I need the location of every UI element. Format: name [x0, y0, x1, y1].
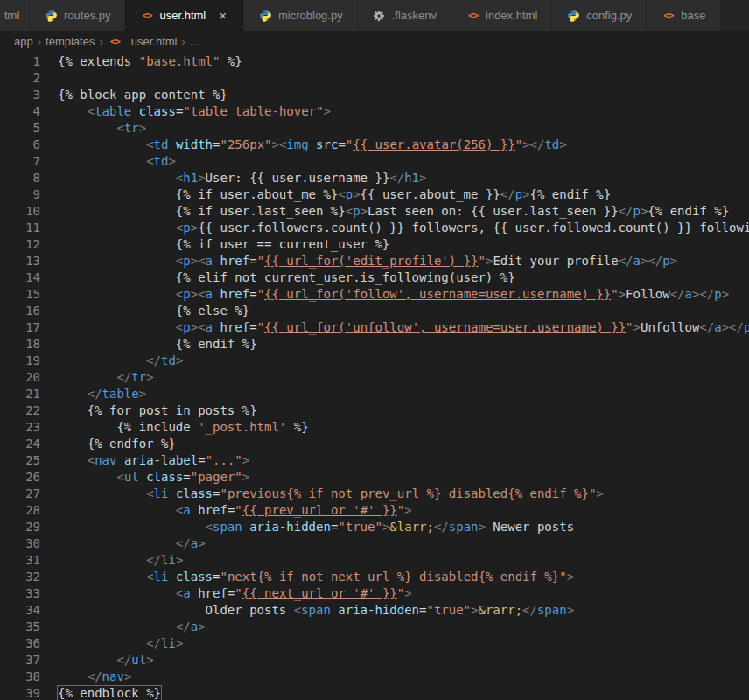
code-line[interactable]: 34 Older posts <span aria-hidden="true">…: [0, 602, 749, 619]
code-line[interactable]: 1{% extends "base.html" %}: [0, 53, 749, 70]
code-line[interactable]: 17 <p><a href="{{ url_for('unfollow', us…: [0, 319, 749, 336]
code-line[interactable]: 8 <h1>User: {{ user.username }}</h1>: [0, 170, 749, 186]
code-line[interactable]: 11 <p>{{ user.followers.count() }} follo…: [0, 220, 749, 236]
code-line-content: <td>: [40, 153, 176, 170]
code-line[interactable]: 15 <p><a href="{{ url_for('follow', user…: [0, 286, 749, 303]
breadcrumb-item-app[interactable]: app: [14, 35, 33, 48]
line-number: 37: [0, 652, 40, 668]
code-line-content: {% if user == current_user %}: [40, 236, 389, 253]
code-line[interactable]: 38 </nav>: [0, 668, 749, 685]
code-line-content: {% else %}: [40, 303, 249, 319]
code-line-content: </tr>: [40, 369, 154, 386]
tab-microblog-py[interactable]: microblog.py: [244, 0, 358, 31]
code-line-content: <table class="table table-hover">: [40, 103, 331, 120]
code-line[interactable]: 18 {% endif %}: [0, 336, 749, 353]
close-icon[interactable]: ×: [216, 8, 229, 23]
code-line-content: <span aria-hidden="true">&larr;</span> N…: [40, 519, 574, 536]
line-number: 3: [0, 87, 40, 103]
code-line[interactable]: 31 </li>: [0, 552, 749, 569]
code-line[interactable]: 25 <nav aria-label="...">: [0, 452, 749, 469]
code-line[interactable]: 33 <a href="{{ next_url or '#' }}">: [0, 585, 749, 602]
code-line-content: </nav>: [40, 668, 131, 685]
line-number: 1: [0, 53, 40, 70]
code-line[interactable]: 26 <ul class="pager">: [0, 469, 749, 486]
html-file-icon: <>: [108, 34, 122, 48]
code-line[interactable]: 20 </tr>: [0, 369, 749, 386]
code-line[interactable]: 6 <td width="256px"><img src="{{ user.av…: [0, 136, 749, 153]
code-line-content: </li>: [40, 552, 183, 569]
code-line-content: {% for post in posts %}: [40, 402, 257, 419]
code-line[interactable]: 39{% endblock %}: [0, 685, 749, 700]
tab-config-py[interactable]: config.py: [552, 0, 647, 31]
code-line-content: {% if user.last_seen %}<p>Last seen on: …: [40, 203, 729, 220]
breadcrumb: app›templates›<>user.html›...: [0, 31, 749, 52]
line-number: 33: [0, 585, 40, 602]
tab-user-html[interactable]: <>user.html×: [125, 0, 244, 31]
html-file-icon: <>: [466, 9, 480, 23]
tab-label: microblog.py: [278, 9, 343, 22]
breadcrumb-item-user-html[interactable]: <>user.html: [108, 34, 178, 48]
code-line[interactable]: 23 {% include '_post.html' %}: [0, 419, 749, 436]
code-line-content: <tr>: [40, 120, 146, 136]
code-line[interactable]: 36 </li>: [0, 635, 749, 652]
code-line-content: <p><a href="{{ url_for('follow', usernam…: [40, 286, 729, 303]
code-editor[interactable]: 1{% extends "base.html" %}23{% block app…: [0, 52, 749, 700]
code-line[interactable]: 16 {% else %}: [0, 303, 749, 319]
tab-label: .flaskenv: [392, 9, 437, 22]
code-line-content: [40, 70, 58, 87]
code-line[interactable]: 22 {% for post in posts %}: [0, 402, 749, 419]
chevron-right-icon: ›: [38, 35, 41, 48]
code-line[interactable]: 24 {% endfor %}: [0, 436, 749, 452]
breadcrumb-label: templates: [46, 35, 94, 48]
breadcrumb-item-templates[interactable]: templates: [46, 35, 94, 48]
code-line[interactable]: 29 <span aria-hidden="true">&larr;</span…: [0, 519, 749, 536]
tab-base[interactable]: <>base: [647, 0, 720, 31]
line-number: 29: [0, 519, 40, 536]
line-number: 16: [0, 303, 40, 319]
code-line[interactable]: 5 <tr>: [0, 120, 749, 136]
code-line[interactable]: 37 </ul>: [0, 652, 749, 668]
code-line-content: {% if user.about_me %}<p>{{ user.about_m…: [40, 186, 611, 203]
code-line-content: </table>: [40, 386, 146, 402]
code-line-content: <p><a href="{{ url_for('edit_profile') }…: [40, 253, 677, 270]
tab-index-html[interactable]: <>index.html: [452, 0, 552, 31]
line-number: 14: [0, 270, 40, 286]
code-line[interactable]: 21 </table>: [0, 386, 749, 402]
breadcrumb-item-[interactable]: ...: [190, 35, 200, 48]
breadcrumb-label: app: [14, 35, 33, 48]
code-line[interactable]: 9 {% if user.about_me %}<p>{{ user.about…: [0, 186, 749, 203]
code-line-content: {% extends "base.html" %}: [40, 53, 242, 70]
code-line[interactable]: 4 <table class="table table-hover">: [0, 103, 749, 120]
code-line[interactable]: 19 </td>: [0, 353, 749, 369]
line-number: 38: [0, 668, 40, 685]
tab-flaskenv[interactable]: .flaskenv: [358, 0, 452, 31]
code-line-content: <p><a href="{{ url_for('unfollow', usern…: [40, 319, 749, 336]
code-line-content: <h1>User: {{ user.username }}</h1>: [40, 170, 426, 186]
code-line[interactable]: 10 {% if user.last_seen %}<p>Last seen o…: [0, 203, 749, 220]
code-line[interactable]: 27 <li class="previous{% if not prev_url…: [0, 486, 749, 502]
code-line[interactable]: 2: [0, 70, 749, 87]
code-line[interactable]: 7 <td>: [0, 153, 749, 170]
python-file-icon: [44, 9, 59, 23]
line-number: 26: [0, 469, 40, 486]
tab-tml[interactable]: tml: [0, 0, 30, 31]
line-number: 22: [0, 402, 40, 419]
code-line[interactable]: 13 <p><a href="{{ url_for('edit_profile'…: [0, 253, 749, 270]
line-number: 34: [0, 602, 40, 619]
code-line[interactable]: 14 {% elif not current_user.is_following…: [0, 270, 749, 286]
code-line[interactable]: 28 <a href="{{ prev_url or '#' }}">: [0, 502, 749, 519]
breadcrumb-label: ...: [190, 35, 200, 48]
code-line-content: {% endif %}: [40, 336, 257, 353]
code-line[interactable]: 32 <li class="next{% if not next_url %} …: [0, 569, 749, 585]
tab-routes-py[interactable]: routes.py: [30, 0, 125, 31]
chevron-right-icon: ›: [182, 35, 186, 48]
tab-label: routes.py: [64, 9, 110, 22]
code-line[interactable]: 35 </a>: [0, 619, 749, 635]
line-number: 39: [0, 685, 40, 700]
line-number: 4: [0, 103, 40, 120]
line-number: 32: [0, 569, 40, 585]
code-line[interactable]: 30 </a>: [0, 536, 749, 552]
tab-label: base: [681, 9, 705, 22]
code-line[interactable]: 12 {% if user == current_user %}: [0, 236, 749, 253]
code-line[interactable]: 3{% block app_content %}: [0, 87, 749, 103]
